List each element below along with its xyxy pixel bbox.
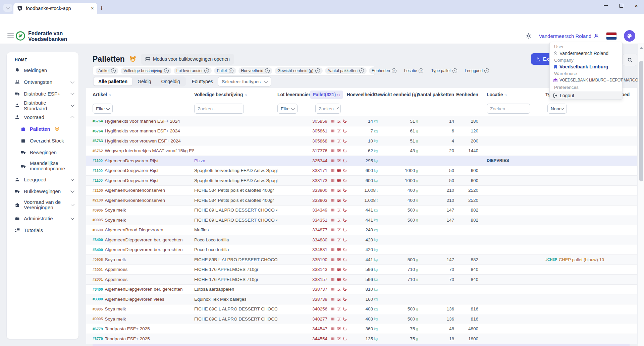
sidebar-item-ontvangsten[interactable]: Ontvangsten (7, 76, 78, 88)
history-icon[interactable] (343, 238, 347, 242)
sidebar-item-bewegingen[interactable]: Bewegingen (7, 147, 78, 158)
barcode-icon[interactable] (331, 317, 335, 321)
filter-chip[interactable]: Lot leverancier × (174, 67, 212, 74)
artikel-name[interactable]: Tandpasta ESF+ 2025 (105, 336, 150, 341)
history-icon[interactable] (343, 168, 347, 173)
table-row[interactable]: #6779Tandpasta ESF+ 2025 344547 360kg 75… (86, 324, 637, 334)
col-beschrijving[interactable]: Volledige beschrijving↑↓ (194, 88, 277, 101)
artikel-name[interactable]: AlgemeenDiepgevroren ber. gerechten (105, 237, 183, 242)
sliders-icon[interactable] (337, 139, 341, 143)
barcode-icon[interactable] (331, 297, 335, 301)
menu-item-user[interactable]: Vandermeersch Roland (550, 50, 622, 57)
sliders-icon[interactable] (337, 247, 341, 252)
history-icon[interactable] (343, 149, 347, 153)
fouttypes-select[interactable]: Selecteer fouttypes (218, 76, 271, 86)
chip-remove-icon[interactable]: × (229, 68, 233, 73)
sliders-icon[interactable] (337, 119, 341, 123)
browser-tab[interactable]: foodbanks-stock-app × (13, 3, 97, 14)
barcode-icon[interactable] (331, 277, 335, 282)
barcode-icon[interactable] (331, 218, 335, 222)
history-icon[interactable] (343, 277, 347, 282)
bulk-mode-button[interactable]: Modus voor bulkbewegingen openen (141, 54, 234, 65)
col-eenheden[interactable]: Eenheden (456, 88, 480, 101)
table-row[interactable]: #3400AlgemeenDiepgevroren ber. gerechten… (86, 285, 637, 295)
filter-chip[interactable]: Locatie × (401, 67, 426, 74)
sliders-icon[interactable] (337, 218, 341, 222)
artikel-name[interactable]: Hygiënekits voor mannen ESF+ 2024 (105, 119, 180, 124)
sliders-icon[interactable] (337, 188, 341, 192)
pallet-number[interactable]: 333173 (308, 176, 330, 185)
barcode-icon[interactable] (331, 159, 335, 163)
sidebar-item-maandelijkse-momentopname[interactable]: Maandelijkse momentopname (7, 158, 78, 174)
pallet-number[interactable]: 334877 (308, 225, 330, 235)
barcode-icon[interactable] (331, 208, 335, 212)
table-row[interactable]: #6762Wegwerp luierbroekjes MAAT vanaf 15… (86, 146, 637, 156)
sliders-icon[interactable] (337, 307, 341, 311)
chip-remove-icon[interactable]: × (204, 68, 209, 73)
table-row[interactable]: #3300AlgemeenDiepgevroren vlees Equinox … (86, 294, 637, 304)
artikel-name[interactable]: AlgemeenDiepgevroren ber. gerechten (105, 247, 183, 252)
sidebar-item-voorraad[interactable]: Voorraad (7, 111, 78, 123)
pallet-number[interactable]: 334349 (308, 206, 330, 215)
chip-remove-icon[interactable]: × (359, 68, 364, 73)
table-row[interactable]: #2100AlgemeenGroentenconserven FICHE 534… (86, 186, 637, 196)
artikel-name[interactable]: Tandpasta ESF+ 2025 (105, 326, 150, 331)
theme-toggle-icon[interactable] (526, 33, 532, 39)
filter-chip[interactable]: Aantal pakketten × (325, 67, 367, 74)
sliders-icon[interactable] (337, 238, 341, 242)
pallet-number[interactable]: 344554 (308, 334, 330, 344)
filter-chip[interactable]: Volledige beschrijving × (121, 67, 171, 74)
avatar[interactable] (624, 30, 635, 42)
table-row[interactable]: #1100AlgemeenDeegwaren-Rijst Pizza 32534… (86, 156, 637, 166)
sliders-icon[interactable] (337, 287, 341, 291)
pallet-number[interactable]: 305859 (308, 116, 330, 126)
sliders-icon[interactable] (337, 198, 341, 203)
sliders-icon[interactable] (337, 168, 341, 173)
table-row[interactable]: #2001Appelmoes FICHE 176 APPELMOES 710gr… (86, 265, 637, 275)
barcode-icon[interactable] (331, 129, 335, 133)
chip-remove-icon[interactable]: × (484, 68, 489, 73)
filter-chip[interactable]: Type pallet × (428, 67, 460, 74)
sliders-icon[interactable] (337, 337, 341, 341)
artikel-name[interactable]: AlgemeenBrood Diegevroren (105, 227, 163, 232)
barcode-icon[interactable] (331, 337, 335, 341)
tab-alle-palletten[interactable]: Alle palletten (94, 77, 132, 85)
history-icon[interactable] (343, 247, 347, 252)
history-icon[interactable] (343, 257, 347, 262)
beschrijving-filter-input[interactable] (194, 104, 244, 114)
sidebar-item-overzicht-stock[interactable]: Overzicht Stock (7, 135, 78, 147)
pallet-number[interactable]: 340277 (308, 314, 330, 324)
barcode-icon[interactable] (331, 168, 335, 173)
history-icon[interactable] (343, 198, 347, 203)
pallet-number[interactable]: 335190 (308, 255, 330, 265)
sidebar-item-voorraad-verenigingen[interactable]: Voorraad van de Verenigingen (7, 197, 78, 213)
table-row[interactable]: #3400AlgemeenDiepgevroren ber. gerechten… (86, 235, 637, 245)
barcode-icon[interactable] (331, 139, 335, 143)
new-tab-button[interactable]: + (97, 3, 107, 13)
table-row[interactable]: #6763Hygiënekits voor vrouwen ESF+ 2024 … (86, 136, 637, 146)
artikel-name[interactable]: AlgemeenDeegwaren-Rijst (105, 168, 159, 173)
barcode-icon[interactable] (331, 307, 335, 311)
history-icon[interactable] (343, 327, 347, 331)
chip-remove-icon[interactable]: × (265, 68, 270, 73)
sliders-icon[interactable] (337, 129, 341, 133)
pallet-number[interactable]: 317376 (308, 146, 330, 156)
pallet-number[interactable]: 334351 (308, 215, 330, 225)
table-row[interactable]: #0905Soya melk FICHE 89C L ALPRO DESSERT… (86, 304, 637, 314)
barcode-icon[interactable] (331, 287, 335, 291)
table-row[interactable]: #2001Appelmoes FICHE 176 APPELMOES 710gr… (86, 275, 637, 285)
table-row[interactable]: #1100AlgemeenDeegwaren-Rijst Spaghetti h… (86, 166, 637, 176)
history-icon[interactable] (343, 139, 347, 143)
pallet-number[interactable]: 305861 (308, 126, 330, 136)
pallet-number[interactable]: 333900 (308, 186, 330, 195)
history-icon[interactable] (343, 307, 347, 311)
sidebar-item-palletten[interactable]: Palletten (7, 123, 78, 135)
artikel-name[interactable]: Appelmoes (105, 267, 128, 272)
chip-remove-icon[interactable]: × (164, 68, 169, 73)
barcode-icon[interactable] (331, 188, 335, 192)
history-icon[interactable] (343, 218, 347, 222)
scrollbar-thumb[interactable] (639, 61, 643, 181)
barcode-icon[interactable] (331, 178, 335, 183)
col-pallet[interactable]: Pallet(321)↑1 (308, 88, 352, 101)
artikel-name[interactable]: AlgemeenDeegwaren-Rijst (105, 178, 159, 183)
